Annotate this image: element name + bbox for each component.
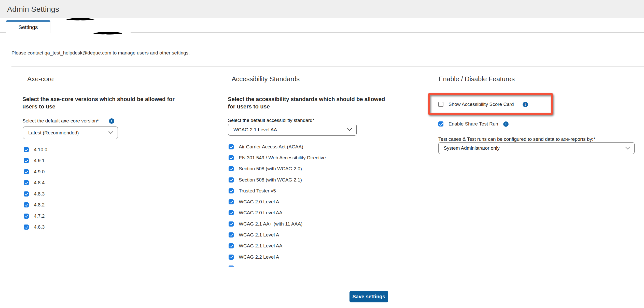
standards-list: Air Carrier Access Act (ACAA) EN 301 549… <box>229 141 326 262</box>
version-row[interactable]: 4.9.1 <box>24 155 47 166</box>
tab-settings[interactable]: Settings <box>6 20 50 33</box>
standard-label: Section 508 (with WCAG 2.0) <box>239 166 302 172</box>
redaction-scribble <box>66 18 95 21</box>
contact-notice: Please contact qa_test_helpdesk@deque.co… <box>11 50 190 56</box>
admin-settings-page: Admin Settings Settings Please contact q… <box>0 0 644 308</box>
info-icon[interactable]: i <box>109 118 114 124</box>
version-label: 4.8.4 <box>34 180 45 186</box>
standard-row[interactable]: Section 508 (with WCAG 2.1) <box>229 174 326 185</box>
chevron-down-icon <box>625 145 630 149</box>
default-version-label: Select the default axe-core version* <box>22 118 99 124</box>
features-divider <box>438 89 644 89</box>
checkbox-checked-icon[interactable] <box>229 232 234 237</box>
standard-label: WCAG 2.0 Level AA <box>239 210 282 216</box>
send-data-value: System Administrator only <box>444 145 500 151</box>
standard-row[interactable]: EN 301 549 / Web Accessibility Directive <box>229 152 326 163</box>
checkbox-checked-icon[interactable] <box>229 177 234 183</box>
tabbar-border <box>131 32 644 33</box>
standard-row[interactable]: WCAG 2.0 Level A <box>229 196 326 207</box>
send-data-select[interactable]: System Administrator only <box>438 142 635 154</box>
checkbox-checked-icon[interactable] <box>229 166 234 171</box>
checkbox-checked-icon[interactable] <box>229 221 234 227</box>
standards-divider <box>232 89 396 89</box>
version-label: 4.7.2 <box>34 213 45 219</box>
standard-row[interactable]: Trusted Tester v5 <box>229 185 326 196</box>
standard-label: Section 508 (with WCAG 2.1) <box>239 177 302 183</box>
partially-visible-checkbox <box>229 265 234 267</box>
redaction-scribble <box>93 31 122 35</box>
standard-row[interactable]: WCAG 2.2 Level A <box>229 251 326 262</box>
standard-label: WCAG 2.2 Level A <box>239 254 279 260</box>
checkbox-checked-icon[interactable] <box>229 144 234 149</box>
tab-active-accent <box>6 20 50 22</box>
checkbox-checked-icon[interactable] <box>24 180 29 185</box>
standard-label: Trusted Tester v5 <box>239 188 276 194</box>
standard-label: Air Carrier Access Act (ACAA) <box>239 144 303 150</box>
feature-row-score-card[interactable]: Show Accessibility Score Card i <box>438 102 528 107</box>
axe-core-heading: Axe-core <box>27 75 54 83</box>
version-row[interactable]: 4.7.2 <box>24 211 47 222</box>
checkbox-checked-icon[interactable] <box>24 158 29 163</box>
default-standard-select[interactable]: WCAG 2.1 Level AA <box>228 124 357 136</box>
info-icon[interactable]: i <box>503 121 509 127</box>
checkbox-checked-icon[interactable] <box>229 188 234 193</box>
page-divider <box>11 66 644 67</box>
tab-settings-label: Settings <box>19 22 38 30</box>
checkbox-checked-icon[interactable] <box>229 243 234 248</box>
axe-core-description: Select the axe-core versions which shoul… <box>22 95 185 110</box>
checkbox-checked-icon[interactable] <box>229 199 234 204</box>
version-label: 4.9.0 <box>34 169 45 175</box>
checkbox-checked-icon[interactable] <box>229 210 234 215</box>
standards-heading: Accessibility Standards <box>232 75 300 83</box>
version-label: 4.8.3 <box>34 191 45 197</box>
default-version-select[interactable]: Latest (Recommended) <box>23 127 118 139</box>
default-standard-value: WCAG 2.1 Level AA <box>233 127 277 133</box>
standard-row[interactable]: Air Carrier Access Act (ACAA) <box>229 141 326 152</box>
checkbox-checked-icon[interactable] <box>24 169 29 174</box>
send-data-label: Test cases & Test runs can be configured… <box>438 136 595 142</box>
feature-label: Show Accessibility Score Card <box>449 102 514 107</box>
checkbox-unchecked-icon[interactable] <box>438 102 443 107</box>
version-row[interactable]: 4.6.3 <box>24 222 47 233</box>
axe-core-divider <box>27 89 194 89</box>
axe-core-version-list: 4.10.0 4.9.1 4.9.0 4.8.4 4.8.3 4.8.2 4.7… <box>24 144 47 233</box>
checkbox-checked-icon[interactable] <box>438 121 443 127</box>
checkbox-checked-icon[interactable] <box>229 155 234 160</box>
version-row[interactable]: 4.8.2 <box>24 200 47 211</box>
standard-label: EN 301 549 / Web Accessibility Directive <box>239 155 326 161</box>
standard-row[interactable]: Section 508 (with WCAG 2.0) <box>229 163 326 174</box>
checkbox-checked-icon[interactable] <box>229 255 234 260</box>
standard-row[interactable]: WCAG 2.1 AA+ (with 11 AAA) <box>229 218 326 229</box>
standard-row[interactable]: WCAG 2.1 Level A <box>229 229 326 240</box>
features-heading: Enable / Disable Features <box>439 75 515 83</box>
info-icon[interactable]: i <box>523 102 528 107</box>
checkbox-checked-icon[interactable] <box>24 191 29 197</box>
checkbox-checked-icon[interactable] <box>24 225 29 230</box>
version-row[interactable]: 4.8.3 <box>24 188 47 200</box>
version-row[interactable]: 4.9.0 <box>24 166 47 177</box>
standard-row[interactable]: WCAG 2.0 Level AA <box>229 207 326 218</box>
page-header: Admin Settings <box>0 0 644 18</box>
tabbar-border <box>0 32 6 33</box>
feature-row-share-test-run[interactable]: Enable Share Test Run i <box>438 121 509 127</box>
version-row[interactable]: 4.10.0 <box>24 144 47 155</box>
default-version-value: Latest (Recommended) <box>28 130 79 136</box>
page-title: Admin Settings <box>7 5 59 13</box>
version-label: 4.9.1 <box>34 158 45 163</box>
version-label: 4.10.0 <box>34 147 47 152</box>
default-standard-label: Select the default accessibiltiy standar… <box>228 118 314 123</box>
standard-row[interactable]: WCAG 2.1 Level AA <box>229 241 326 251</box>
checkbox-checked-icon[interactable] <box>24 147 29 152</box>
checkbox-checked-icon[interactable] <box>24 214 29 219</box>
standard-label: WCAG 2.0 Level A <box>239 199 279 205</box>
standard-label: WCAG 2.1 AA+ (with 11 AAA) <box>239 221 302 227</box>
standards-description: Select the accessibility standards which… <box>228 95 386 110</box>
version-label: 4.8.2 <box>34 202 45 208</box>
checkbox-checked-icon[interactable] <box>24 202 29 207</box>
save-settings-button[interactable]: Save settings <box>349 291 388 302</box>
standard-label: WCAG 2.1 Level AA <box>239 243 282 249</box>
chevron-down-icon <box>347 126 352 131</box>
version-row[interactable]: 4.8.4 <box>24 177 47 189</box>
feature-label: Enable Share Test Run <box>449 121 498 127</box>
chevron-down-icon <box>108 129 113 134</box>
